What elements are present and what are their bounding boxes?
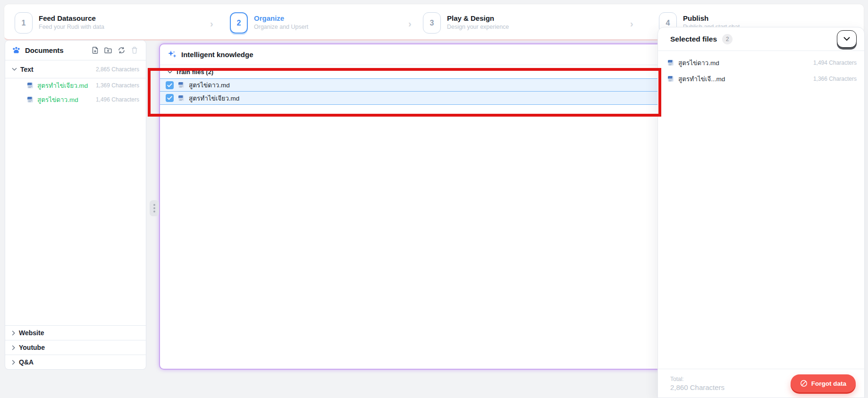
step-feed-datasource[interactable]: 1 Feed Datasource Feed your Rudi with da… [15,12,104,34]
markdown-file-icon [178,95,185,102]
section-qa[interactable]: Q&A [5,355,146,369]
documents-header: Documents [5,41,146,60]
sidebar-file-row[interactable]: สูตรทำไข่เจียว.md 1,369 Characters [5,78,146,93]
selected-files-empty-area [658,87,864,369]
add-folder-icon[interactable] [103,46,113,55]
train-file-name: สูตรทำไข่เจียว.md [189,93,239,103]
markdown-file-icon [27,82,34,89]
section-website[interactable]: Website [5,325,146,340]
step-organize[interactable]: 2 Organize Organize and Upsert [230,12,308,34]
selected-files-title: Selected files [670,35,717,43]
checkbox-checked[interactable] [166,81,174,89]
selected-file-row[interactable]: สูตรทำไข่เจี...md 1,366 Characters [658,71,864,87]
trash-icon[interactable] [130,46,139,55]
selected-file-count: 1,494 Characters [813,59,857,66]
sidebar-empty-area [5,107,146,325]
forgot-data-label: Forgot data [811,380,846,387]
file-name: สูตรไข่ดาว.md [37,94,78,105]
step-title: Publish [683,13,740,23]
checkbox-checked[interactable] [166,94,174,102]
section-char-count: 2,865 Characters [96,66,139,73]
chevron-right-icon [12,330,15,336]
section-label: Website [19,329,44,337]
train-file-name: สูตรไข่ดาว.md [189,80,230,90]
chevron-right-icon [12,360,15,365]
selected-files-footer: Total: 2,860 Characters Forgot data [658,369,864,398]
selected-file-count: 1,366 Characters [813,76,857,82]
step-title: Play & Design [447,13,509,23]
file-name: สูตรทำไข่เจียว.md [37,80,88,91]
panel-title: Intelligent knowledge [181,51,253,59]
chevron-right-icon: › [408,18,412,29]
slash-circle-icon [800,380,808,387]
selected-count-badge: 2 [722,34,733,44]
section-label: Text [20,66,34,73]
markdown-file-icon [667,76,674,82]
chevron-right-icon [12,345,15,350]
selected-file-row[interactable]: สูตรไข่ดาว.md 1,494 Characters [658,55,864,71]
file-char-count: 1,369 Characters [96,82,139,89]
section-youtube[interactable]: Youtube [5,340,146,355]
step-subtitle: Feed your Rudi with data [39,23,104,31]
step-subtitle: Design your experience [447,23,509,31]
step-play-design[interactable]: 3 Play & Design Design your experience [423,12,509,34]
app-screen: 1 Feed Datasource Feed your Rudi with da… [0,0,868,398]
forgot-data-button[interactable]: Forgot data [791,374,856,392]
step-title: Feed Datasource [39,13,104,23]
step-number-badge: 2 [230,12,248,34]
markdown-file-icon [178,82,185,88]
train-files-label: Train files (2) [176,68,213,76]
step-title: Organize [254,13,308,23]
chevron-down-icon [12,68,17,71]
step-number-badge: 3 [423,12,441,34]
sparkle-icon [168,50,177,59]
sidebar-file-row[interactable]: สูตรไข่ดาว.md 1,496 Characters [5,93,146,107]
section-text[interactable]: Text 2,865 Characters [5,60,146,78]
refresh-icon[interactable] [117,46,126,55]
total-characters: 2,860 Characters [670,383,725,392]
selected-file-name: สูตรทำไข่เจี...md [678,74,725,84]
add-file-icon[interactable] [90,46,100,55]
chevron-down-icon [168,70,172,74]
collapse-panel-button[interactable] [837,30,857,48]
markdown-file-icon [667,59,674,66]
section-label: Q&A [19,358,34,366]
chevron-right-icon: › [630,18,633,29]
panel-resize-handle[interactable] [150,200,159,216]
section-label: Youtube [19,344,45,351]
selected-files-header: Selected files 2 [658,27,864,51]
chevron-right-icon: › [210,18,213,29]
selected-file-name: สูตรไข่ดาว.md [678,58,719,68]
file-char-count: 1,496 Characters [96,96,139,103]
documents-sidebar: Documents [5,40,146,370]
documents-title: Documents [25,46,64,54]
selected-files-panel: Selected files 2 สูตรไข่ดาว.md 1,494 Cha… [657,27,865,398]
paw-icon [12,46,21,55]
step-subtitle: Organize and Upsert [254,23,308,31]
total-label: Total: [670,375,725,383]
markdown-file-icon [27,96,34,103]
step-number-badge: 1 [15,12,33,34]
